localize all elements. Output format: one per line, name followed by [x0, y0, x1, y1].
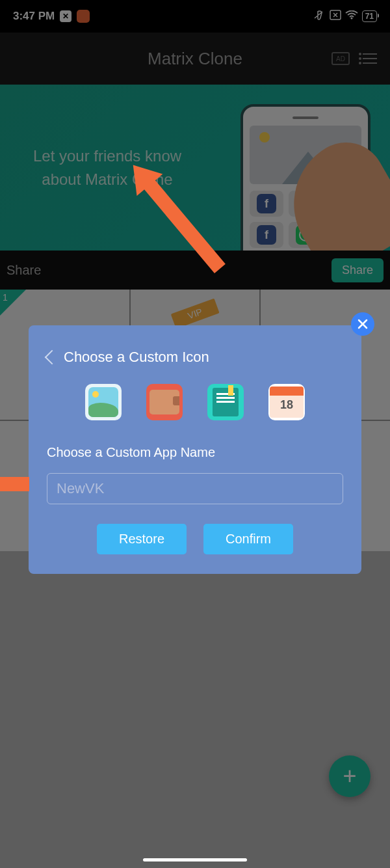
- home-indicator[interactable]: [143, 858, 247, 861]
- icon-option-wallet[interactable]: [146, 384, 183, 420]
- icon-option-gallery[interactable]: [85, 384, 122, 420]
- dialog-buttons: Restore Confirm: [47, 524, 343, 554]
- app-name-input[interactable]: [47, 473, 343, 504]
- dialog-title-text: Choose a Custom Icon: [64, 349, 209, 366]
- restore-button[interactable]: Restore: [97, 524, 187, 554]
- icon-option-notebook[interactable]: [207, 384, 244, 420]
- dialog-subtitle: Choose a Custom App Name: [47, 445, 343, 460]
- confirm-button[interactable]: Confirm: [203, 524, 293, 554]
- icon-options: 18: [47, 384, 343, 420]
- cursor-icon: [45, 350, 60, 365]
- custom-icon-dialog: Choose a Custom Icon 18 Choose a Custom …: [29, 325, 361, 574]
- dialog-title: Choose a Custom Icon: [47, 349, 343, 366]
- icon-option-calendar[interactable]: 18: [268, 384, 305, 420]
- close-button[interactable]: [351, 312, 374, 336]
- calendar-date: 18: [270, 396, 304, 412]
